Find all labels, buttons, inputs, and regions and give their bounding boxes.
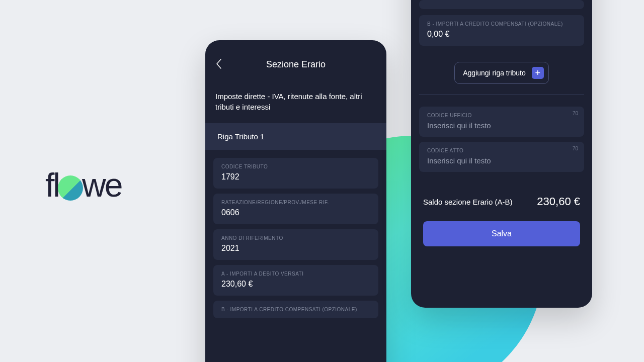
field-list-2: 70 CODICE UFFICIO Inserisci qui il testo… — [411, 99, 592, 180]
field-label: CODICE ATTO — [427, 148, 576, 153]
field-placeholder: Inserisci qui il testo — [427, 156, 576, 165]
codice-tributo-field[interactable]: CODICE TRIBUTO 1792 — [213, 158, 378, 189]
phone-mockup-right: B - IMPORTI A CREDITO COMPENSATI (OPZION… — [411, 0, 592, 308]
field-label: RATEAZIONE/REGIONE/PROV./MESE RIF. — [221, 200, 370, 205]
field-edge — [419, 0, 584, 9]
codice-atto-field[interactable]: 70 CODICE ATTO Inserisci qui il testo — [419, 142, 584, 172]
anno-field[interactable]: ANNO DI RIFERIMENTO 2021 — [213, 229, 378, 260]
importi-credito-field[interactable]: B - IMPORTI A CREDITO COMPENSATI (OPZION… — [419, 15, 584, 46]
field-value: 0,00 € — [427, 30, 576, 39]
char-count: 70 — [573, 111, 578, 116]
field-list: B - IMPORTI A CREDITO COMPENSATI (OPZION… — [411, 15, 592, 54]
field-value: 1792 — [221, 172, 370, 182]
back-icon[interactable] — [215, 58, 222, 71]
footer: Saldo sezione Erario (A-B) 230,60 € Salv… — [411, 180, 592, 256]
save-button[interactable]: Salva — [423, 221, 580, 246]
logo-globe-icon — [58, 175, 83, 201]
field-value: 230,60 € — [221, 280, 370, 289]
field-label: A - IMPORTI A DEBITO VERSATI — [221, 271, 370, 277]
balance-label: Saldo sezione Erario (A-B) — [423, 198, 513, 206]
balance-value: 230,60 € — [537, 195, 580, 208]
divider — [419, 94, 584, 95]
field-value: 2021 — [221, 244, 370, 253]
plus-icon: + — [532, 67, 544, 79]
field-label: CODICE TRIBUTO — [221, 164, 370, 169]
page-subtitle: Imposte dirette - IVA, ritenute alla fon… — [205, 81, 386, 123]
page-title: Sezione Erario — [215, 59, 376, 70]
phone-mockup-left: Sezione Erario Imposte dirette - IVA, ri… — [205, 40, 386, 362]
field-label: ANNO DI RIFERIMENTO — [221, 235, 370, 241]
add-row-button[interactable]: Aggiungi riga tributo + — [454, 62, 549, 84]
section-header: Riga Tributo 1 — [205, 123, 386, 150]
field-label: CODICE UFFICIO — [427, 113, 576, 118]
logo-text-post: we — [82, 166, 121, 204]
brand-logo: fl we — [45, 166, 121, 204]
field-list: CODICE TRIBUTO 1792 RATEAZIONE/REGIONE/P… — [205, 150, 386, 326]
rateazione-field[interactable]: RATEAZIONE/REGIONE/PROV./MESE RIF. 0606 — [213, 194, 378, 224]
char-count: 70 — [573, 146, 578, 151]
field-label: B - IMPORTI A CREDITO COMPENSATI (OPZION… — [427, 21, 576, 27]
balance-row: Saldo sezione Erario (A-B) 230,60 € — [423, 195, 580, 208]
add-row-label: Aggiungi riga tributo — [463, 69, 526, 77]
topbar: Sezione Erario — [205, 40, 386, 81]
field-label: B - IMPORTI A CREDITO COMPENSATI (OPZION… — [221, 307, 370, 312]
importi-debito-field[interactable]: A - IMPORTI A DEBITO VERSATI 230,60 € — [213, 265, 378, 296]
codice-ufficio-field[interactable]: 70 CODICE UFFICIO Inserisci qui il testo — [419, 107, 584, 137]
logo-text-pre: fl — [45, 166, 59, 204]
importi-credito-field-partial[interactable]: B - IMPORTI A CREDITO COMPENSATI (OPZION… — [213, 301, 378, 318]
field-placeholder: Inserisci qui il testo — [427, 121, 576, 130]
field-value: 0606 — [221, 208, 370, 217]
